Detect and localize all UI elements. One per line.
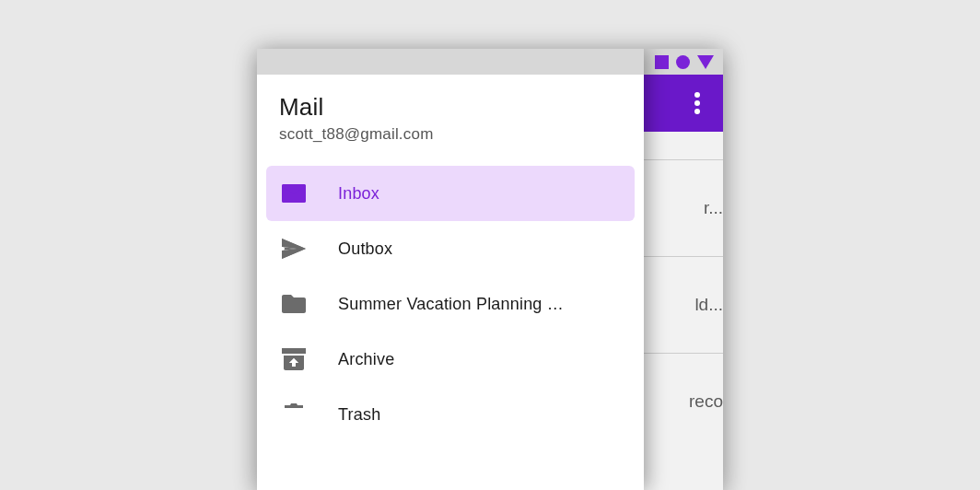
status-circle-icon — [676, 55, 690, 69]
svg-point-0 — [694, 92, 700, 98]
send-icon — [279, 239, 309, 259]
status-square-icon — [655, 55, 669, 69]
svg-point-1 — [694, 100, 700, 106]
nav-item-label: Summer Vacation Planning … — [338, 295, 564, 314]
trash-icon — [279, 402, 309, 426]
more-options-button[interactable] — [677, 83, 718, 123]
nav-item-label: Archive — [338, 350, 394, 369]
nav-item-inbox[interactable]: Inbox — [266, 166, 635, 221]
list-item-text: ld... — [694, 295, 723, 315]
nav-item-label: Inbox — [338, 184, 379, 204]
drawer-account-email: scott_t88@gmail.com — [279, 125, 622, 144]
drawer-header: Mail scott_t88@gmail.com — [257, 75, 644, 160]
nav-item-folder[interactable]: Summer Vacation Planning … — [266, 276, 635, 332]
archive-icon — [279, 348, 309, 370]
device-frame: r... ld... reco Mail scott_t88@gmail.com… — [257, 49, 723, 490]
nav-item-label: Trash — [338, 405, 380, 425]
status-bar-icons — [655, 49, 723, 75]
list-item-text: reco — [689, 391, 723, 412]
more-vert-icon — [694, 92, 700, 114]
drawer-title: Mail — [279, 93, 622, 122]
folder-icon — [279, 295, 309, 313]
nav-item-archive[interactable]: Archive — [266, 332, 635, 387]
svg-point-2 — [694, 109, 700, 114]
nav-item-label: Outbox — [338, 239, 392, 259]
drawer-status-bar — [257, 49, 644, 75]
mail-icon — [279, 184, 309, 203]
nav-item-trash[interactable]: Trash — [266, 387, 635, 442]
drawer-nav: Inbox Outbox Summer Vacation Planning … … — [257, 160, 644, 442]
list-item-text: r... — [704, 198, 723, 218]
navigation-drawer: Mail scott_t88@gmail.com Inbox Outbox — [257, 49, 644, 490]
status-triangle-icon — [697, 55, 714, 69]
nav-item-outbox[interactable]: Outbox — [266, 221, 635, 276]
